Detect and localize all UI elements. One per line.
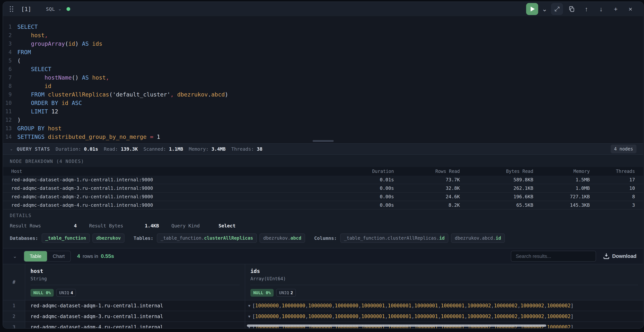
node-host: red-adqmc-dataset-adqm-4.ru-central1.int… xyxy=(11,202,345,208)
node-column-header: Rows Read xyxy=(394,169,460,174)
code-line[interactable]: 4FROM xyxy=(3,48,643,56)
query-stats-list: Duration: 0.01sRead: 139.3KScanned: 1.1M… xyxy=(56,146,268,152)
results-collapse-chevron-icon[interactable]: ⌄ xyxy=(13,253,17,259)
code-text: FROM xyxy=(17,48,31,56)
code-line[interactable]: 14SETTINGS distributed_group_by_no_merge… xyxy=(3,133,643,141)
code-line[interactable]: 11 LIMIT 12 xyxy=(3,107,643,116)
line-number: 14 xyxy=(3,133,17,141)
code-line[interactable]: 8 id xyxy=(3,82,643,90)
results-table: # host String NULL 0% UNIQ4 ids Array(UI… xyxy=(3,264,643,328)
node-metric: 0.00s xyxy=(345,185,394,191)
code-line[interactable]: 7 hostName() AS host, xyxy=(3,73,643,82)
language-selector[interactable]: SQL xyxy=(46,6,55,12)
details-fields: Result Rows4Result Bytes1.4KBQuery KindS… xyxy=(10,223,636,229)
null-percent-badge: NULL 0% xyxy=(30,289,54,297)
tables-label: Tables: xyxy=(134,236,153,241)
results-table-header: # host String NULL 0% UNIQ4 ids Array(UI… xyxy=(3,264,643,301)
search-results-input[interactable] xyxy=(511,251,596,262)
node-metric: 727.1KB xyxy=(533,194,590,199)
download-label: Download xyxy=(612,253,636,259)
code-text: LIMIT 12 xyxy=(17,107,58,116)
download-button[interactable]: Download xyxy=(604,253,636,259)
table-row: 1red-adqmc-dataset-adqm-1.ru-central1.in… xyxy=(3,301,643,311)
tab-chart[interactable]: Chart xyxy=(47,251,70,262)
code-text: hostName() AS host, xyxy=(17,73,109,82)
code-text: ) xyxy=(17,116,21,124)
row-index: 1 xyxy=(3,301,25,311)
close-query-button[interactable]: × xyxy=(624,3,636,15)
code-line[interactable]: 10 ORDER BY id ASC xyxy=(3,99,643,107)
node-host: red-adqmc-dataset-adqm-3.ru-central1.int… xyxy=(11,185,345,191)
detail-label: Query Kind xyxy=(171,223,200,229)
array-value: 10000002 xyxy=(520,314,544,319)
row-index: 2 xyxy=(3,311,25,322)
language-chevron-down-icon[interactable]: ⌄ xyxy=(58,6,62,11)
array-value: 10000002 xyxy=(547,324,570,329)
run-options-chevron-icon[interactable]: ⌄ xyxy=(541,3,548,15)
node-row: red-adqmc-dataset-adqm-1.ru-central1.int… xyxy=(3,176,643,184)
code-text: SELECT xyxy=(17,65,52,73)
duplicate-query-button[interactable] xyxy=(566,3,578,15)
expand-array-icon[interactable]: ▼ xyxy=(248,314,250,319)
code-lines: 1SELECT2 host,3 groupArray(id) AS ids4FR… xyxy=(3,22,643,141)
array-value: 10000000 xyxy=(255,303,279,309)
databases-group: Databases:_table_functiondbezrukov xyxy=(10,233,127,243)
stat-label: Duration: xyxy=(56,146,84,152)
detail-pair: Result Rows4 xyxy=(10,223,77,229)
row-index: 3 xyxy=(3,322,25,328)
stats-collapse-chevron-icon[interactable]: ⌄ xyxy=(10,147,13,151)
stat-label: Scanned: xyxy=(144,146,169,152)
expand-editor-button[interactable]: ⤢ xyxy=(551,3,563,15)
rows-in-label: rows in xyxy=(83,253,98,259)
array-value: 10000001 xyxy=(414,314,438,319)
node-metric: 0.00s xyxy=(345,202,394,208)
node-metric: 589.8KB xyxy=(460,177,533,182)
code-line[interactable]: 13GROUP BY host xyxy=(3,124,643,133)
code-line[interactable]: 9 FROM clusterAllReplicas('default_clust… xyxy=(3,90,643,99)
index-column-header: # xyxy=(3,264,25,300)
nodes-count-badge: 4 nodes xyxy=(611,145,636,153)
query-stats-title: QUERY STATS xyxy=(17,146,50,152)
array-value: 10000001 xyxy=(361,314,385,319)
code-line[interactable]: 3 groupArray(id) AS ids xyxy=(3,39,643,48)
node-metric: 73.7K xyxy=(394,177,460,182)
column-header-host: host String NULL 0% UNIQ4 xyxy=(25,264,245,300)
code-line[interactable]: 2 host, xyxy=(3,31,643,39)
node-row: red-adqmc-dataset-adqm-2.ru-central1.int… xyxy=(3,193,643,201)
code-text: groupArray(id) AS ids xyxy=(17,39,102,48)
horizontal-scrollbar-thumb[interactable] xyxy=(247,325,546,327)
results-rows: 1red-adqmc-dataset-adqm-1.ru-central1.in… xyxy=(3,301,643,328)
code-line[interactable]: 1SELECT xyxy=(3,22,643,31)
add-query-button[interactable]: + xyxy=(610,3,622,15)
play-icon xyxy=(531,6,535,11)
code-line[interactable]: 5( xyxy=(3,56,643,65)
host-cell: red-adqmc-dataset-adqm-3.ru-central1.int… xyxy=(25,311,245,322)
code-line[interactable]: 6 SELECT xyxy=(3,65,643,73)
line-number: 6 xyxy=(3,65,17,73)
node-column-header: Memory xyxy=(533,169,590,174)
results-toolbar: ⌄ Table Chart 4 rows in 0.55s Download xyxy=(3,248,643,264)
array-value: 10000000 xyxy=(282,303,305,309)
stat-pair: Threads: 38 xyxy=(231,146,262,152)
drag-handle-icon[interactable] xyxy=(10,6,13,12)
sql-editor[interactable]: 1SELECT2 host,3 groupArray(id) AS ids4FR… xyxy=(3,16,643,143)
tab-table[interactable]: Table xyxy=(24,251,47,262)
node-metric: 1.5MB xyxy=(533,177,590,182)
tables-group: Tables:_table_function.clusterAllReplica… xyxy=(134,233,308,243)
editor-resize-handle[interactable] xyxy=(312,140,334,142)
run-query-button[interactable] xyxy=(526,3,538,15)
array-value: 10000001 xyxy=(361,303,385,309)
move-up-button[interactable]: ↑ xyxy=(580,3,592,15)
expand-array-icon[interactable]: ▼ xyxy=(248,304,250,308)
code-text: ORDER BY id ASC xyxy=(17,99,82,107)
move-down-button[interactable]: ↓ xyxy=(595,3,607,15)
line-number: 2 xyxy=(3,31,17,39)
ids-cell: ▼[10000000, 10000000, 10000000, 10000000… xyxy=(245,301,643,311)
line-number: 5 xyxy=(3,56,17,65)
code-text: FROM clusterAllReplicas('default_cluster… xyxy=(17,90,228,99)
stat-value: 1.1MB xyxy=(169,146,183,152)
array-value: 10000001 xyxy=(414,303,438,309)
code-line[interactable]: 12) xyxy=(3,116,643,124)
node-metric: 32.8K xyxy=(394,185,460,191)
array-value: 10000002 xyxy=(467,303,491,309)
